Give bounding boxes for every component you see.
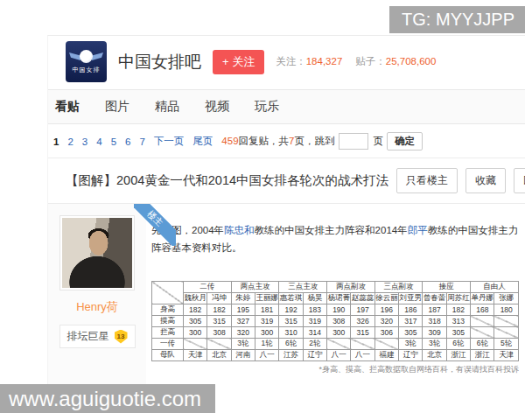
page-link-1[interactable]: 1: [53, 136, 59, 147]
author-sidebar: Henry荷 排坛巨星 13: [48, 204, 146, 396]
page-link-7[interactable]: 7: [139, 136, 144, 147]
post-paragraph: 先上图，2004年陈忠和教练的中国女排主力阵容和2014年郎平教练的中国女排主力…: [151, 221, 521, 256]
followers-count: 184,327: [306, 56, 343, 66]
table-cell: 福建: [374, 350, 398, 361]
table-cell: 190: [327, 304, 351, 316]
thread-action-3[interactable]: 回复: [514, 168, 525, 193]
table-player-header: 杨珺菁: [327, 293, 351, 304]
jump-page-input[interactable]: [339, 133, 368, 150]
table-cell-empty: [471, 316, 494, 327]
table-cell: 6轮: [446, 339, 470, 350]
table-cell: 195: [231, 304, 255, 316]
table-cell: 327: [231, 316, 255, 327]
table-cell: 八一: [327, 350, 351, 361]
table-cell: 182: [207, 304, 231, 316]
table-cell: 八一: [256, 350, 279, 361]
tab-1[interactable]: 看贴: [55, 99, 80, 115]
coach-link-1[interactable]: 陈忠和: [224, 225, 255, 235]
thread-title: 【图解】2004黄金一代和2014中国女排各轮次的战术打法: [66, 172, 388, 189]
reply-count: 459: [221, 136, 238, 146]
author-badge[interactable]: 排坛巨星 13: [60, 325, 136, 348]
page-link-5[interactable]: 5: [111, 136, 116, 147]
tab-4[interactable]: 视频: [205, 99, 229, 115]
table-cell: 305: [184, 316, 207, 327]
level-badge-icon: 13: [115, 330, 128, 344]
posts-count: 25,708,600: [386, 56, 437, 66]
players-table: 二传两点主攻三点主攻两点副攻三点副攻接应自由人魏秋月冯坤朱婷王丽娜惠若琪杨昊杨珺…: [151, 281, 519, 361]
pagination-pages: 1234567: [53, 136, 145, 147]
table-cell: 187: [423, 304, 446, 316]
table-cell: 浙江: [471, 350, 494, 361]
table-cell: 3轮: [231, 339, 255, 350]
table-cell: 3轮: [399, 339, 423, 350]
tab-2[interactable]: 图片: [105, 99, 130, 115]
table-cell: 315: [351, 327, 374, 339]
table-cell: 1轮: [256, 339, 279, 350]
forum-stats: 关注：184,327 贴子：25,708,600: [276, 55, 436, 68]
table-cell: 180: [494, 304, 519, 316]
table-player-header: 刘亚男: [399, 293, 423, 304]
table-row-label: 拦高: [152, 327, 184, 339]
page-link-4[interactable]: 4: [96, 136, 102, 147]
table-cell: 310: [279, 327, 303, 339]
thread-actions: 只看楼主收藏回复: [388, 168, 525, 193]
follow-button[interactable]: + 关注: [213, 50, 264, 74]
table-cell: 天津: [494, 350, 519, 361]
table-cell: 183: [303, 304, 326, 316]
table-cell: 319: [256, 316, 279, 327]
author-ribbon-wrap: 楼主: [134, 204, 176, 246]
watermark-top: TG: MYYJJPP: [389, 6, 525, 33]
table-cell: 北京: [423, 350, 446, 361]
table-row-label: 一传: [152, 339, 184, 350]
page-unit-label: 页: [373, 135, 383, 148]
table-cell: 192: [279, 304, 303, 316]
table-cell: 浙江: [446, 350, 470, 361]
author-username[interactable]: Henry荷: [48, 299, 146, 315]
table-cell: 5轮: [494, 339, 519, 350]
table-player-header: 惠若琪: [279, 293, 303, 304]
coach-link-2[interactable]: 郎平: [408, 225, 428, 235]
table-group-header: 三点主攻: [279, 282, 327, 293]
followers-stat: 关注：184,327: [276, 55, 342, 68]
table-cell: 300: [327, 327, 351, 339]
avatar-photo: [62, 218, 132, 288]
table-group-header: 自由人: [471, 282, 519, 293]
page-link-2[interactable]: 2: [67, 136, 73, 147]
last-page-link[interactable]: 尾页: [192, 135, 213, 148]
table-row-label: 摸高: [152, 316, 184, 327]
forum-header: 中国女排 中国女排吧 + 关注 关注：184,327 贴子：25,708,600: [48, 36, 525, 89]
forum-logo-text: 中国女排: [73, 66, 101, 74]
thread-action-1[interactable]: 只看楼主: [396, 168, 458, 193]
table-cell: 319: [303, 316, 326, 327]
tab-3[interactable]: 精品: [155, 99, 179, 115]
table-cell: 308: [207, 327, 231, 339]
wing-right-icon: [92, 52, 103, 60]
thread-title-row: 【图解】2004黄金一代和2014中国女排各轮次的战术打法 只看楼主收藏回复: [48, 158, 525, 204]
table-cell: 320: [374, 316, 398, 327]
tab-5[interactable]: 玩乐: [255, 99, 279, 115]
table-cell: 196: [374, 304, 398, 316]
table-player-header: 徐云丽: [374, 293, 398, 304]
table-cell-empty: [494, 316, 519, 327]
table-footnote: *身高、摸高、拦高数据取自网络百科，有误请找百科投诉: [151, 364, 519, 375]
table-cell: 6轮: [471, 339, 494, 350]
table-cell: 313: [446, 316, 470, 327]
table-cell: 309: [423, 327, 446, 339]
page-link-3[interactable]: 3: [82, 136, 88, 147]
badge-title: 排坛巨星: [67, 329, 109, 344]
forum-logo-icon[interactable]: 中国女排: [66, 41, 107, 82]
nav-tabs: 看贴图片精品视频玩乐: [48, 89, 525, 124]
table-player-header: 魏秋月: [184, 293, 207, 304]
confirm-button[interactable]: 确定: [387, 132, 423, 150]
watermark-bottom: www.aguiguotie.com: [0, 384, 215, 413]
page-link-6[interactable]: 6: [125, 136, 130, 147]
thread-action-2[interactable]: 收藏: [466, 168, 506, 193]
next-page-link[interactable]: 下一页: [154, 135, 185, 148]
table-player-header: 赵蕊蕊: [351, 293, 374, 304]
table-row-label: 母队: [152, 350, 184, 361]
table-cell-empty: [494, 327, 519, 339]
table-cell: 辽宁: [303, 350, 326, 361]
author-avatar[interactable]: [60, 215, 135, 290]
table-cell: 305: [446, 327, 470, 339]
table-cell: 181: [256, 304, 279, 316]
